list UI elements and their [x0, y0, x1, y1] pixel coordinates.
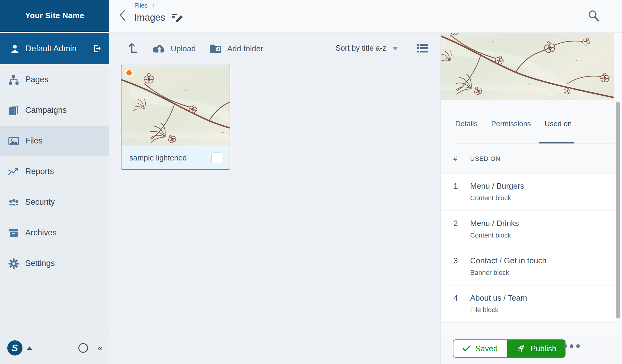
level-up-icon	[128, 43, 138, 54]
sidebar-item-archives[interactable]: Archives	[0, 217, 109, 248]
add-folder-button[interactable]: Add folder	[209, 43, 263, 54]
row-number: 1	[453, 181, 458, 191]
logout-icon[interactable]	[92, 44, 101, 53]
row-title: Menu / Burgers	[470, 181, 524, 191]
panel-footer: Saved Publish	[441, 335, 622, 364]
breadcrumb: Files /	[134, 2, 154, 9]
file-card[interactable]: sample lightened	[121, 65, 230, 170]
app-logo-button[interactable]: S	[7, 340, 32, 356]
site-name: Your Site Name	[25, 11, 84, 20]
table-row[interactable]: 4 About us / Team File block	[441, 285, 616, 323]
user-menu[interactable]: Default Admin	[0, 33, 109, 64]
details-panel: Details Permissions Used on # USED ON 1 …	[440, 33, 622, 364]
table-row[interactable]: 3 Contact / Get in touch Banner block	[441, 248, 616, 285]
table-row[interactable]: 2 Menu / Drinks Content block	[441, 211, 616, 248]
caret-down-icon	[392, 47, 398, 50]
publish-label: Publish	[531, 344, 556, 353]
rocket-icon	[516, 344, 526, 353]
breadcrumb-separator: /	[152, 2, 154, 9]
edit-title-icon[interactable]	[172, 12, 185, 23]
squiz-logo-icon: S	[7, 340, 22, 356]
sort-dropdown[interactable]: Sort by title a-z	[336, 44, 398, 52]
search-icon[interactable]	[587, 9, 600, 22]
breadcrumb-parent-link[interactable]: Files	[134, 2, 148, 9]
cloud-upload-icon	[152, 43, 166, 54]
table-row[interactable]: 1 Menu / Burgers Content block	[441, 174, 616, 211]
sidebar-item-settings[interactable]: Settings	[0, 248, 109, 279]
sidebar-item-label: Reports	[25, 167, 54, 176]
image-icon	[8, 136, 19, 147]
sidebar-item-campaigns[interactable]: Campaigns	[0, 95, 109, 126]
more-actions-button[interactable]	[563, 344, 580, 348]
archive-box-icon	[8, 228, 19, 238]
row-number: 3	[453, 256, 458, 265]
sidebar-item-label: Archives	[25, 228, 57, 238]
files-toolbar: Upload Add folder Sort by title a-z	[109, 40, 440, 57]
list-view-button[interactable]	[417, 44, 428, 53]
sidebar-item-label: Security	[25, 197, 55, 207]
file-select-checkbox[interactable]	[211, 152, 222, 163]
user-icon	[10, 44, 19, 53]
sidebar-item-security[interactable]: Security	[0, 187, 109, 217]
row-number: 4	[453, 293, 458, 303]
caret-up-icon	[27, 346, 32, 350]
sidebar-item-label: Files	[25, 136, 43, 146]
used-on-table-header: # USED ON	[441, 143, 616, 174]
gear-icon	[8, 258, 19, 269]
sidebar-item-files[interactable]: Files	[0, 126, 109, 156]
main-content: Upload Add folder Sort by title a-z	[109, 33, 440, 364]
sitemap-icon	[8, 74, 19, 85]
row-number: 2	[453, 219, 458, 228]
user-name: Default Admin	[26, 44, 92, 53]
upload-button[interactable]: Upload	[152, 43, 196, 54]
sidebar-footer: S «	[0, 332, 109, 364]
number-column-header: #	[453, 155, 457, 162]
sidebar-nav: Pages Campaigns Files	[0, 64, 109, 279]
sort-label: Sort by title a-z	[336, 44, 386, 52]
row-subtitle: Content block	[470, 231, 511, 239]
used-on-table: 1 Menu / Burgers Content block 2 Menu / …	[441, 174, 616, 323]
row-title: Contact / Get in touch	[470, 256, 546, 265]
table-tail-strip	[441, 323, 616, 335]
file-preview-image	[441, 33, 614, 100]
row-subtitle: Banner block	[470, 269, 509, 277]
file-thumbnail	[121, 65, 230, 146]
ellipsis-icon	[563, 344, 567, 348]
used-on-column-header: USED ON	[470, 155, 500, 162]
check-icon	[463, 345, 470, 352]
list-view-icon	[417, 44, 428, 53]
sidebar-item-label: Settings	[25, 259, 55, 268]
file-title: sample lightened	[129, 153, 211, 162]
sidebar: Your Site Name Default Admin Pages	[0, 0, 109, 364]
saved-label: Saved	[475, 344, 498, 353]
row-subtitle: File block	[470, 306, 498, 314]
publish-button[interactable]: Publish	[507, 339, 566, 358]
collapse-sidebar-icon[interactable]: «	[97, 343, 103, 352]
folder-plus-icon	[209, 43, 223, 54]
status-ring-button[interactable]	[78, 343, 88, 353]
row-title: About us / Team	[470, 293, 527, 303]
page-title: Images	[134, 12, 165, 23]
sidebar-item-label: Campaigns	[25, 106, 67, 115]
tab-permissions[interactable]: Permissions	[491, 120, 531, 128]
sidebar-item-reports[interactable]: Reports	[0, 156, 109, 187]
tab-used-on[interactable]: Used on	[545, 120, 572, 128]
status-icon	[125, 69, 133, 77]
people-icon	[8, 197, 19, 208]
sidebar-item-label: Pages	[25, 75, 49, 84]
topbar: Files / Images	[109, 0, 622, 33]
sidebar-item-pages[interactable]: Pages	[0, 64, 109, 95]
tab-details[interactable]: Details	[455, 120, 477, 128]
parent-folder-button[interactable]	[128, 43, 138, 54]
panel-scrollbar-thumb[interactable]	[616, 102, 620, 318]
row-subtitle: Content block	[470, 194, 511, 202]
upload-label: Upload	[171, 44, 196, 53]
row-title: Menu / Drinks	[470, 219, 519, 228]
panel-tabs: Details Permissions Used on	[455, 120, 572, 128]
file-card-footer: sample lightened	[121, 146, 230, 169]
add-folder-label: Add folder	[227, 44, 263, 53]
back-button[interactable]	[118, 9, 126, 21]
site-header: Your Site Name	[0, 0, 109, 32]
stacked-pages-icon	[8, 105, 19, 116]
saved-button[interactable]: Saved	[453, 339, 508, 358]
